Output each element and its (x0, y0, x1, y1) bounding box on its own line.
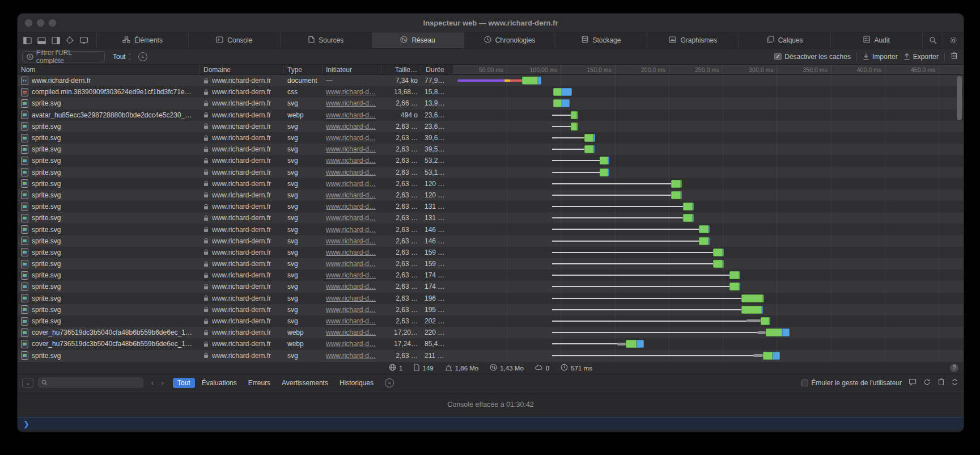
resource-initiator[interactable]: — (326, 77, 333, 85)
emulate-user-gesture-checkbox[interactable]: Émuler le geste de l'utilisateur (801, 379, 902, 387)
table-row[interactable]: avatar_hu85ecc3e298728880b0bde2dcc4e5c23… (18, 109, 964, 121)
waterfall-bar[interactable] (453, 293, 964, 304)
disable-caches-checkbox[interactable]: ✓ Désactiver les caches (774, 53, 851, 61)
resource-initiator[interactable]: www.richard-d… (326, 248, 376, 256)
toggle-console-size-icon[interactable] (952, 378, 958, 387)
waterfall-bar[interactable] (453, 350, 964, 361)
resource-initiator[interactable]: www.richard-d… (326, 99, 376, 107)
resource-initiator[interactable]: www.richard-d… (326, 226, 376, 234)
tab-stockage[interactable]: Stockage (555, 32, 647, 48)
pane-left-icon[interactable] (23, 37, 32, 44)
waterfall-bar[interactable] (453, 167, 964, 178)
console-tab-historiques[interactable]: Historiques (335, 378, 378, 388)
table-row[interactable]: sprite.svg www.richard-dern.fr svg www.r… (18, 178, 964, 189)
table-row[interactable]: sprite.svg www.richard-dern.fr svg www.r… (18, 315, 964, 327)
column-header-name[interactable]: Nom (18, 65, 200, 74)
waterfall-bar[interactable] (453, 121, 964, 132)
table-row[interactable]: sprite.svg www.richard-dern.fr svg www.r… (18, 293, 964, 304)
column-header-type[interactable]: Type (284, 65, 323, 74)
resource-initiator[interactable]: www.richard-d… (326, 283, 376, 290)
console-tab-tout[interactable]: Tout (173, 378, 195, 388)
waterfall-bar[interactable] (453, 109, 964, 121)
resource-initiator[interactable]: www.richard-d… (326, 260, 376, 268)
export-button[interactable]: Exporter (903, 53, 939, 61)
waterfall-bar[interactable] (453, 269, 964, 281)
column-header-initiator[interactable]: Initiateur (323, 65, 381, 74)
column-header-duration[interactable]: Durée (421, 65, 448, 74)
settings-gear-icon[interactable] (943, 32, 964, 48)
table-row[interactable]: sprite.svg www.richard-dern.fr svg www.r… (18, 350, 964, 361)
table-row[interactable]: sprite.svg www.richard-dern.fr svg www.r… (18, 212, 964, 224)
waterfall-bar[interactable] (453, 304, 964, 315)
table-row[interactable]: sprite.svg www.richard-dern.fr svg www.r… (18, 201, 964, 212)
tab-calques[interactable]: Calques (739, 32, 831, 48)
waterfall-bar[interactable] (453, 327, 964, 338)
waterfall-bar[interactable] (453, 155, 964, 166)
table-row[interactable]: sprite.svg www.richard-dern.fr svg www.r… (18, 224, 964, 235)
resource-initiator[interactable]: www.richard-d… (326, 340, 376, 348)
resource-initiator[interactable]: www.richard-d… (326, 203, 376, 210)
table-row[interactable]: sprite.svg www.richard-dern.fr svg www.r… (18, 235, 964, 247)
clear-network-items-button[interactable] (951, 52, 958, 61)
clear-console-button[interactable] (937, 378, 945, 387)
table-row[interactable]: compiled.min.38390909f303624ed9e1cf1bd3f… (18, 86, 964, 98)
waterfall-bar[interactable] (453, 178, 964, 189)
table-row[interactable]: sprite.svg www.richard-dern.fr svg www.r… (18, 98, 964, 109)
previous-result-button[interactable]: ‹ (148, 378, 157, 387)
waterfall-bar[interactable] (453, 86, 964, 98)
resource-type-scope-select[interactable]: Tout ⌃⌄ (113, 53, 131, 61)
resource-initiator[interactable]: www.richard-d… (326, 294, 376, 302)
tab-elements[interactable]: Éléments (97, 32, 189, 48)
table-row[interactable]: sprite.svg www.richard-dern.fr svg www.r… (18, 247, 964, 258)
help-button[interactable]: ? (950, 364, 958, 372)
console-tab-avertissements[interactable]: Avertissements (277, 378, 333, 388)
resource-initiator[interactable]: www.richard-d… (326, 328, 376, 336)
tab-chronologies[interactable]: Chronologies (464, 32, 556, 48)
waterfall-bar[interactable] (453, 201, 964, 212)
waterfall-bar[interactable] (453, 144, 964, 155)
resource-initiator[interactable]: www.richard-d… (326, 180, 376, 188)
resource-initiator[interactable]: www.richard-d… (326, 306, 376, 314)
tab-reseau[interactable]: Réseau (372, 32, 464, 48)
tab-console[interactable]: Console (189, 32, 281, 48)
waterfall-bar[interactable] (453, 75, 964, 86)
element-picker-icon[interactable] (66, 36, 74, 44)
table-row[interactable]: sprite.svg www.richard-dern.fr svg www.r… (18, 167, 964, 178)
waterfall-bar[interactable] (453, 224, 964, 235)
table-row[interactable]: sprite.svg www.richard-dern.fr svg www.r… (18, 189, 964, 201)
resource-initiator[interactable]: www.richard-d… (326, 157, 376, 165)
console-scope-button[interactable]: ⌄ (22, 378, 33, 388)
console-options-menu-icon[interactable]: ≡ (385, 378, 394, 387)
waterfall-bar[interactable] (453, 212, 964, 224)
url-filter-input[interactable]: Filtrer l'URL complète (22, 51, 105, 62)
import-button[interactable]: Importer (863, 53, 898, 61)
tab-graphismes[interactable]: Graphismes (647, 32, 739, 48)
next-result-button[interactable]: › (158, 378, 167, 387)
waterfall-bar[interactable] (453, 98, 964, 109)
table-row[interactable]: sprite.svg www.richard-dern.fr svg www.r… (18, 132, 964, 144)
table-row[interactable]: www.richard-dern.fr www.richard-dern.fr … (18, 75, 964, 86)
search-button[interactable] (923, 32, 943, 48)
console-tab-evaluations[interactable]: Évaluations (197, 378, 241, 388)
resource-initiator[interactable]: www.richard-d… (326, 134, 376, 142)
pane-right-icon[interactable] (52, 37, 60, 44)
column-header-size[interactable]: Taille… (381, 65, 421, 74)
pane-bottom-icon[interactable] (37, 37, 46, 44)
column-header-domain[interactable]: Domaine (200, 65, 284, 74)
waterfall-bar[interactable] (453, 189, 964, 201)
console-prompt[interactable]: ❯ (18, 417, 964, 430)
waterfall-bar[interactable] (453, 338, 964, 349)
waterfall-bar[interactable] (453, 235, 964, 247)
resource-initiator[interactable]: www.richard-d… (326, 271, 376, 279)
filter-options-menu-icon[interactable]: ≡ (138, 52, 147, 61)
table-row[interactable]: sprite.svg www.richard-dern.fr svg www.r… (18, 269, 964, 281)
table-row[interactable]: cover_hu736519dc3b5040cfa48b6b559b6de6ec… (18, 338, 964, 349)
console-tab-erreurs[interactable]: Erreurs (244, 378, 275, 388)
resource-initiator[interactable]: www.richard-d… (326, 317, 376, 325)
table-row[interactable]: sprite.svg www.richard-dern.fr svg www.r… (18, 304, 964, 315)
resource-initiator[interactable]: www.richard-d… (326, 123, 376, 130)
resource-initiator[interactable]: www.richard-d… (326, 145, 376, 153)
resource-initiator[interactable]: www.richard-d… (326, 88, 376, 96)
preserve-log-icon[interactable] (923, 378, 931, 387)
resource-initiator[interactable]: www.richard-d… (326, 191, 376, 199)
